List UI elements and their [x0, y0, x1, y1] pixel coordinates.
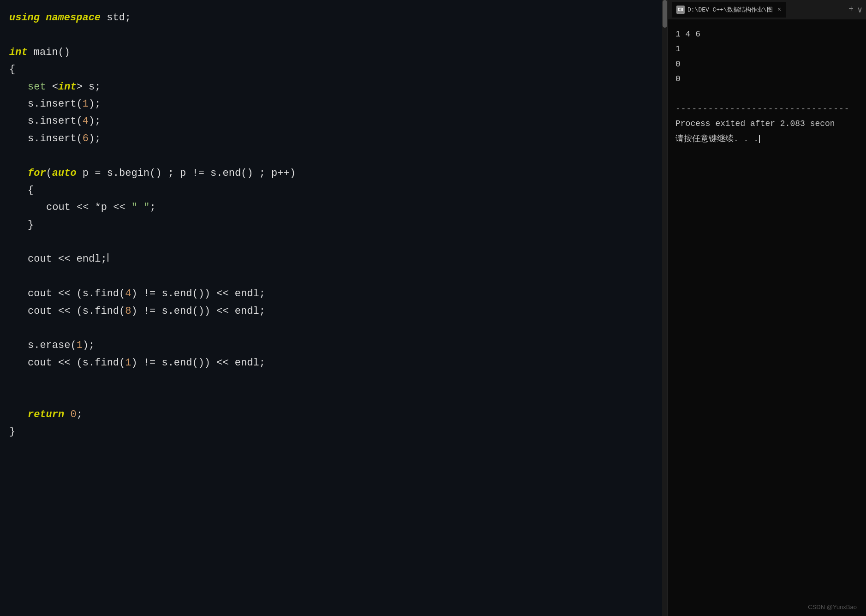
text-std: std; — [107, 9, 131, 26]
text-s-insert6-close: ); — [89, 130, 101, 147]
line-cout-endl: cout << endl; — [9, 251, 658, 268]
text-set-angle: < — [52, 78, 58, 96]
attribution: CSDN @YunxBao — [808, 604, 857, 610]
scrollbar-thumb[interactable] — [663, 0, 667, 28]
blank-line-3 — [9, 233, 658, 251]
num-4a: 4 — [83, 113, 89, 130]
terminal-cursor — [759, 135, 760, 143]
terminal-output: 1 4 6 1 0 0 ----------------------------… — [668, 19, 866, 616]
num-0: 0 — [70, 406, 76, 423]
keyword-int2: int — [58, 78, 77, 96]
str-space: " " — [131, 199, 150, 216]
text-for-paren: ( — [46, 165, 52, 182]
line-cout-find1: cout << (s.find( 1 ) != s.end()) << endl… — [9, 354, 658, 371]
code-content: using namespace std; int main() { set < … — [0, 9, 668, 441]
scrollbar[interactable] — [662, 0, 668, 616]
text-s-insert4-close: ); — [89, 113, 101, 130]
line-cout-find4: cout << (s.find( 4 ) != s.end()) << endl… — [9, 285, 658, 302]
blank-line-6 — [9, 371, 658, 389]
text-erase: s.erase( — [28, 337, 77, 354]
line-open-brace-main: { — [9, 61, 658, 78]
keyword-using: using — [9, 9, 46, 26]
text-set-angle2: > s; — [77, 78, 101, 96]
text-return-semi: ; — [77, 406, 83, 423]
num-1a: 1 — [83, 96, 89, 113]
text-s-insert1-close: ); — [89, 96, 101, 113]
line-cout-p: cout << *p << " " ; — [9, 199, 658, 216]
keyword-auto: auto — [52, 165, 83, 182]
text-main: main() — [34, 44, 70, 61]
line-cout-find8: cout << (s.find( 8 ) != s.end()) << endl… — [9, 303, 658, 320]
text-cout-endl: cout << endl; — [28, 251, 107, 268]
num-1c: 1 — [125, 354, 131, 371]
line-set-decl: set < int > s; — [9, 78, 658, 96]
terminal-tab-label: D:\DEV C++\数据结构作业\图 — [687, 6, 773, 14]
line-int-main: int main() — [9, 44, 658, 61]
line-close-brace-main: } — [9, 423, 658, 440]
line-insert1: s.insert( 1 ); — [9, 96, 658, 113]
text-cout-find8: cout << (s.find( — [28, 303, 125, 320]
text-s-insert6: s.insert( — [28, 130, 83, 147]
terminal-close-button[interactable]: × — [777, 6, 781, 13]
keyword-for: for — [28, 165, 46, 182]
line-for-open-brace: { — [9, 182, 658, 199]
num-1b: 1 — [77, 337, 83, 354]
text-cout-find1-rest: ) != s.end()) << endl; — [131, 354, 265, 371]
text-open-brace: { — [9, 61, 15, 78]
text-cout-find4-rest: ) != s.end()) << endl; — [131, 285, 265, 302]
output-line-2: 1 — [675, 42, 859, 56]
output-process-exit: Process exited after 2.083 secon — [675, 116, 859, 131]
num-6a: 6 — [83, 130, 89, 147]
line-insert4: s.insert( 4 ); — [9, 113, 658, 130]
text-cout-p-semi: ; — [149, 199, 155, 216]
chevron-down-icon[interactable]: ∨ — [857, 5, 862, 15]
terminal-tab-bar: CS D:\DEV C++\数据结构作业\图 × + ∨ — [668, 0, 866, 19]
code-editor-panel: using namespace std; int main() { set < … — [0, 0, 668, 616]
line-erase: s.erase( 1 ); — [9, 337, 658, 354]
output-line-1: 1 4 6 — [675, 27, 859, 42]
terminal-panel: CS D:\DEV C++\数据结构作业\图 × + ∨ 1 4 6 1 0 0… — [668, 0, 866, 616]
text-cout-find8-rest: ) != s.end()) << endl; — [131, 303, 265, 320]
text-cout-find4: cout << (s.find( — [28, 285, 125, 302]
tab-icon-text: CS — [678, 7, 683, 12]
blank-line-2 — [9, 147, 658, 164]
text-s-insert4: s.insert( — [28, 113, 83, 130]
line-for-loop: for ( auto p = s.begin() ; p != s.end() … — [9, 165, 658, 182]
keyword-return: return — [28, 406, 70, 423]
terminal-tab-actions: + ∨ — [848, 5, 862, 15]
line-using-namespace: using namespace std; — [9, 9, 658, 26]
text-erase-close: ); — [83, 337, 95, 354]
line-for-close-brace: } — [9, 216, 658, 233]
num-4b: 4 — [125, 285, 131, 302]
blank-line-5 — [9, 320, 658, 337]
output-line-3: 0 — [675, 57, 859, 72]
keyword-namespace: namespace — [46, 9, 107, 26]
attribution-text: CSDN @YunxBao — [808, 604, 857, 610]
blank-line-7 — [9, 389, 658, 406]
text-cursor — [108, 253, 108, 262]
line-return: return 0 ; — [9, 406, 658, 423]
text-for-body: p = s.begin() ; p != s.end() ; p++) — [83, 165, 296, 182]
text-for-brace-open: { — [28, 182, 34, 199]
output-blank — [675, 87, 859, 102]
keyword-int: int — [9, 44, 34, 61]
text-for-brace-close: } — [28, 216, 34, 233]
num-8b: 8 — [125, 303, 131, 320]
output-line-4: 0 — [675, 72, 859, 86]
text-cout-find1: cout << (s.find( — [28, 354, 125, 371]
text-set: set — [28, 78, 52, 96]
blank-line-1 — [9, 26, 658, 43]
blank-line-4 — [9, 268, 658, 285]
output-divider: -------------------------------- — [675, 102, 859, 116]
text-cout-p: cout << *p << — [46, 199, 131, 216]
terminal-tab-icon: CS — [676, 6, 685, 14]
line-insert6: s.insert( 6 ); — [9, 130, 658, 147]
text-main-close-brace: } — [9, 423, 15, 440]
add-terminal-button[interactable]: + — [848, 5, 854, 15]
output-press-key: 请按任意键继续. . . — [675, 132, 859, 146]
main-container: using namespace std; int main() { set < … — [0, 0, 866, 616]
terminal-tab[interactable]: CS D:\DEV C++\数据结构作业\图 × — [672, 2, 786, 18]
text-s-insert1: s.insert( — [28, 96, 83, 113]
